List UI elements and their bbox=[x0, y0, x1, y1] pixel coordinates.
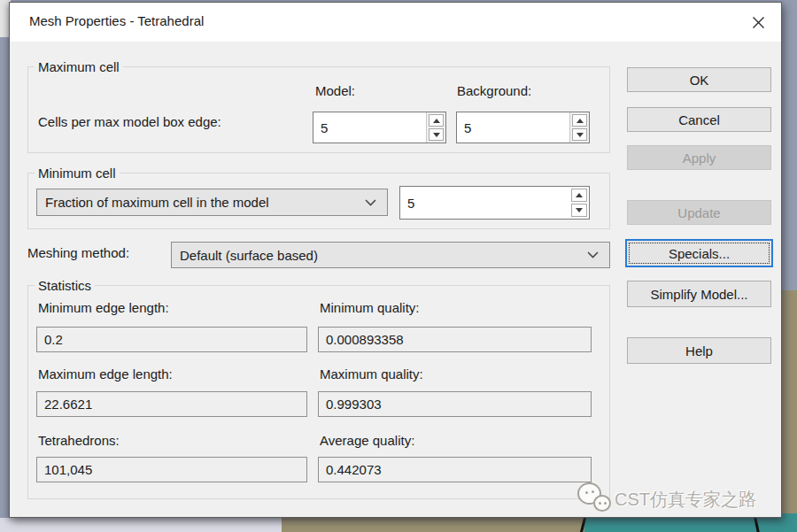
max-edge-length-label: Maximum edge length: bbox=[38, 366, 173, 382]
model-label: Model: bbox=[315, 83, 355, 98]
titlebar: Mesh Properties - Tetrahedral bbox=[10, 3, 781, 42]
model-spinner-buttons bbox=[426, 112, 445, 143]
max-edge-length-value: 22.6621 bbox=[36, 391, 307, 417]
background-input[interactable] bbox=[457, 112, 569, 143]
min-edge-length-label: Minimum edge length: bbox=[38, 300, 169, 315]
dropdown-selected-value: Fraction of maximum cell in the model bbox=[37, 195, 365, 210]
average-quality-value: 0.442073 bbox=[318, 457, 592, 482]
help-button[interactable]: Help bbox=[627, 337, 771, 364]
spin-down-button[interactable] bbox=[572, 128, 587, 141]
statistics-legend: Statistics bbox=[35, 278, 95, 293]
close-icon bbox=[752, 16, 765, 29]
max-quality-value: 0.999303 bbox=[318, 391, 592, 417]
update-button[interactable]: Update bbox=[627, 200, 771, 225]
spin-down-icon bbox=[576, 133, 584, 137]
dropdown-selected-value: Default (surface based) bbox=[172, 248, 587, 263]
mesh-properties-dialog: Mesh Properties - Tetrahedral Maximum ce… bbox=[9, 2, 782, 518]
minimum-cell-spinbox bbox=[399, 186, 590, 220]
close-button[interactable] bbox=[747, 12, 769, 33]
spin-up-icon bbox=[576, 119, 584, 123]
average-quality-label: Average quality: bbox=[320, 433, 414, 448]
spin-up-icon bbox=[433, 119, 440, 123]
backdrop-viewport bbox=[0, 518, 282, 532]
apply-button[interactable]: Apply bbox=[627, 145, 771, 170]
spin-up-button[interactable] bbox=[429, 114, 444, 127]
minimum-cell-legend: Minimum cell bbox=[35, 166, 120, 181]
minimum-cell-input[interactable] bbox=[400, 187, 569, 219]
backdrop-model-tan bbox=[782, 290, 797, 516]
max-quality-label: Maximum quality: bbox=[320, 366, 423, 382]
wechat-logo-icon bbox=[576, 481, 616, 521]
min-edge-length-value: 0.2 bbox=[36, 327, 307, 352]
watermark-text: CST仿真专家之路 bbox=[615, 488, 756, 512]
minimum-cell-spinner-buttons bbox=[569, 187, 589, 219]
spin-down-button[interactable] bbox=[429, 128, 444, 141]
background-spinner-buttons bbox=[569, 112, 589, 143]
spin-up-button[interactable] bbox=[571, 189, 587, 202]
ok-button[interactable]: OK bbox=[627, 67, 771, 92]
meshing-method-dropdown[interactable]: Default (surface based) bbox=[171, 242, 610, 268]
spin-down-icon bbox=[576, 208, 583, 212]
spin-up-icon bbox=[576, 193, 583, 197]
backdrop-model-teal-bottom bbox=[584, 518, 797, 532]
model-input[interactable] bbox=[313, 112, 426, 143]
spin-down-button[interactable] bbox=[571, 204, 587, 217]
chevron-down-icon bbox=[365, 199, 376, 206]
specials-button[interactable]: Specials... bbox=[625, 239, 773, 267]
dialog-title: Mesh Properties - Tetrahedral bbox=[29, 13, 204, 28]
tetrahedrons-value: 101,045 bbox=[36, 457, 307, 482]
maximum-cell-legend: Maximum cell bbox=[35, 59, 123, 74]
tetrahedrons-label: Tetrahedrons: bbox=[38, 433, 120, 448]
background-spinbox bbox=[456, 112, 590, 143]
min-quality-label: Minimum quality: bbox=[320, 300, 420, 315]
min-quality-value: 0.000893358 bbox=[318, 327, 592, 352]
model-spinbox bbox=[313, 112, 446, 143]
meshing-method-label: Meshing method: bbox=[27, 245, 129, 260]
spin-down-icon bbox=[433, 133, 440, 137]
simplify-model-button[interactable]: Simplify Model... bbox=[627, 281, 771, 307]
cancel-button[interactable]: Cancel bbox=[627, 107, 771, 132]
spin-up-button[interactable] bbox=[572, 114, 587, 127]
backdrop-model-tan-bottom bbox=[282, 518, 584, 532]
cells-per-edge-label: Cells per max model box edge: bbox=[38, 114, 221, 129]
minimum-cell-method-dropdown[interactable]: Fraction of maximum cell in the model bbox=[36, 189, 388, 216]
chevron-down-icon bbox=[587, 251, 599, 258]
background-label: Background: bbox=[457, 83, 531, 98]
